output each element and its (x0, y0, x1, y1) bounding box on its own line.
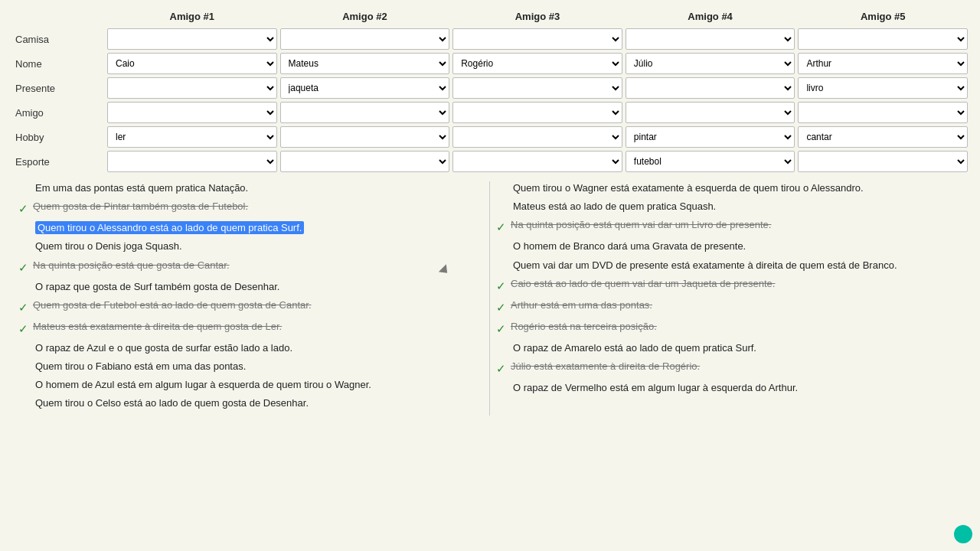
camisa-label: Camisa (12, 28, 104, 50)
presente-amigo5-select[interactable]: livro (798, 77, 968, 99)
check-icon-l8: ✓ (18, 321, 28, 337)
nome-amigo5-select[interactable]: Arthur (798, 53, 968, 74)
amigo-amigo4-select[interactable] (626, 102, 795, 123)
nome-amigo4-select[interactable]: Júlio (626, 53, 795, 74)
check-icon-r10: ✓ (496, 360, 506, 377)
clue-right-9[interactable]: O rapaz de Amarelo está ao lado de quem … (496, 341, 962, 355)
esporte-amigo3-select[interactable] (452, 151, 622, 172)
hobby-amigo2-select[interactable] (280, 126, 450, 148)
clue-left-1[interactable]: Em uma das pontas está quem pratica Nata… (18, 181, 483, 195)
presente-amigo3-select[interactable] (452, 77, 622, 99)
amigo-amigo5-select[interactable] (798, 102, 968, 123)
clue-left-4[interactable]: Quem tirou o Denis joga Squash. (18, 240, 483, 253)
clue-left-10[interactable]: Quem tirou o Fabiano está em uma das pon… (18, 360, 483, 373)
empty-header (12, 8, 104, 25)
clues-left: Em uma das pontas está quem pratica Nata… (12, 181, 490, 416)
nome-amigo2-select[interactable]: Mateus (280, 53, 450, 74)
clue-right-7[interactable]: ✓ Arthur está em uma das pontas. (496, 298, 962, 315)
clue-left-12[interactable]: Quem tirou o Celso está ao lado de quem … (18, 396, 483, 410)
esporte-amigo5-select[interactable] (798, 151, 968, 172)
clues-section: Em uma das pontas está quem pratica Nata… (0, 181, 980, 416)
amigo4-header: Amigo #4 (626, 8, 795, 25)
clue-left-3[interactable]: Quem tirou o Alessandro está ao lado de … (18, 221, 483, 235)
clue-left-9[interactable]: O rapaz de Azul e o que gosta de surfar … (18, 341, 483, 355)
clue-left-8[interactable]: ✓ Mateus está exatamente à direita de qu… (18, 320, 483, 337)
clue-right-6[interactable]: ✓ Caio está ao lado de quem vai dar um J… (496, 277, 962, 294)
hobby-amigo1-select[interactable]: ler (107, 126, 277, 148)
clue-right-5[interactable]: Quem vai dar um DVD de presente está exa… (496, 259, 962, 272)
camisa-amigo5-select[interactable] (798, 28, 968, 50)
clue-right-3[interactable]: ✓ Na quinta posição está quem vai dar um… (496, 218, 962, 235)
check-icon-r3: ✓ (496, 219, 506, 235)
nome-amigo1-select[interactable]: Caio (107, 53, 277, 74)
camisa-amigo3-select[interactable] (452, 28, 622, 50)
clue-right-1[interactable]: Quem tirou o Wagner está exatamente à es… (496, 181, 962, 195)
check-icon-l5: ✓ (18, 259, 28, 276)
clue-left-7[interactable]: ✓ Quem gosta de Futebol está ao lado de … (18, 298, 483, 315)
hobby-label: Hobby (12, 126, 104, 148)
amigo2-header: Amigo #2 (280, 8, 450, 25)
amigo1-header: Amigo #1 (107, 8, 277, 25)
presente-amigo1-select[interactable] (107, 77, 277, 99)
check-icon-r7: ✓ (496, 299, 506, 315)
presente-label: Presente (12, 77, 104, 99)
clue-right-11[interactable]: O rapaz de Vermelho está em algum lugar … (496, 381, 962, 395)
grid-section: Amigo #1 Amigo #2 Amigo #3 Amigo #4 Amig… (0, 0, 980, 178)
esporte-label: Esporte (12, 151, 104, 172)
amigo-amigo1-select[interactable] (107, 102, 277, 123)
hobby-amigo4-select[interactable]: pintar (626, 126, 795, 148)
check-icon-l2: ✓ (18, 201, 28, 217)
camisa-amigo2-select[interactable] (280, 28, 450, 50)
check-icon-l7: ✓ (18, 299, 28, 315)
clue-left-5[interactable]: ✓ Na quinta posição está que gosta de Ca… (18, 259, 483, 276)
nome-amigo3-select[interactable]: Rogério (452, 53, 622, 74)
esporte-amigo2-select[interactable] (280, 151, 450, 172)
camisa-amigo4-select[interactable] (626, 28, 795, 50)
cursor-indicator (954, 525, 972, 543)
clue-right-4[interactable]: O homem de Branco dará uma Gravata de pr… (496, 240, 962, 253)
clue-right-10[interactable]: ✓ Júlio está exatamente à direita de Rog… (496, 360, 962, 377)
camisa-amigo1-select[interactable] (107, 28, 277, 50)
amigo-amigo2-select[interactable] (280, 102, 450, 123)
amigo5-header: Amigo #5 (798, 8, 968, 25)
check-icon-r8: ✓ (496, 321, 506, 337)
clue-right-8[interactable]: ✓ Rogério está na terceira posição. (496, 320, 962, 337)
amigo-amigo3-select[interactable] (452, 102, 622, 123)
presente-amigo2-select[interactable]: jaqueta (280, 77, 450, 99)
check-icon-r6: ✓ (496, 278, 506, 294)
clue-left-2[interactable]: ✓ Quem gosta de Pintar também gosta de F… (18, 200, 483, 217)
clue-left-11[interactable]: O homem de Azul está em algum lugar à es… (18, 378, 483, 392)
clue-right-2[interactable]: Mateus está ao lado de quem pratica Squa… (496, 200, 962, 214)
hobby-amigo5-select[interactable]: cantar (798, 126, 968, 148)
presente-amigo4-select[interactable] (626, 77, 795, 99)
clue-left-6[interactable]: O rapaz que gosta de Surf também gosta d… (18, 280, 483, 294)
nome-label: Nome (12, 53, 104, 74)
amigo3-header: Amigo #3 (452, 8, 622, 25)
esporte-amigo4-select[interactable]: futebol (626, 151, 795, 172)
clues-right: Quem tirou o Wagner está exatamente à es… (490, 181, 968, 416)
hobby-amigo3-select[interactable] (452, 126, 622, 148)
amigo-label: Amigo (12, 102, 104, 123)
esporte-amigo1-select[interactable] (107, 151, 277, 172)
